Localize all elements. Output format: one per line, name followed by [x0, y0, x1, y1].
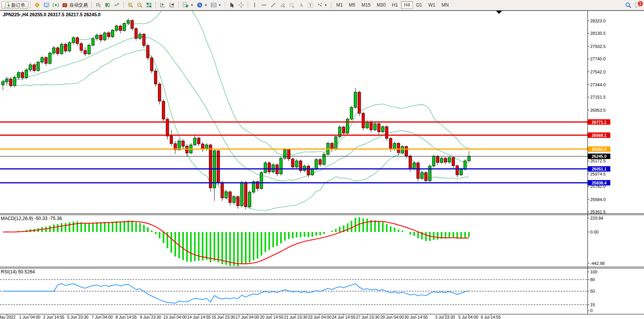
svg-text:26771.1: 26771.1: [592, 120, 606, 125]
fibonacci-tool-button[interactable]: F: [287, 1, 296, 9]
terminal-button[interactable]: [42, 1, 51, 9]
svg-text:9 Jun 23:30: 9 Jun 23:30: [140, 315, 161, 319]
templates-button[interactable]: ▼: [209, 1, 223, 9]
trendline-tool-button[interactable]: [269, 1, 278, 9]
svg-text:26245.0: 26245.0: [592, 154, 606, 159]
svg-text:15 Jun 23:30: 15 Jun 23:30: [212, 315, 235, 319]
svg-text:26172.5: 26172.5: [590, 159, 606, 163]
autotrading-label: 自动交易: [69, 2, 88, 9]
dropdown-caret: ▼: [324, 3, 327, 7]
tile-windows-button[interactable]: [144, 1, 154, 9]
toolbar-separator: [156, 2, 156, 8]
chart-shift-button[interactable]: [167, 1, 176, 9]
toolbar-separator: [225, 2, 225, 8]
zoom-out-icon: [137, 2, 143, 8]
vertical-line-tool-button[interactable]: [250, 1, 259, 9]
tile-windows-icon: [146, 2, 152, 8]
line-chart-button[interactable]: [112, 1, 122, 9]
timeframe-m5[interactable]: M5: [346, 1, 358, 9]
svg-text:220.84: 220.84: [590, 216, 603, 220]
periods-button[interactable]: ▼: [195, 1, 209, 9]
candlestick-button[interactable]: [103, 1, 112, 9]
timeframe-d1[interactable]: D1: [413, 1, 425, 9]
svg-text:25974.5: 25974.5: [590, 172, 606, 176]
timeframe-w1[interactable]: W1: [425, 1, 438, 9]
text-tool-button[interactable]: A: [296, 1, 306, 9]
bar-chart-icon: [95, 2, 101, 8]
svg-text:14 Jun 14:55: 14 Jun 14:55: [187, 315, 211, 319]
auto-scroll-button[interactable]: [158, 1, 167, 9]
notifications-button[interactable]: 1: [633, 1, 642, 9]
signals-button[interactable]: [51, 1, 60, 9]
autotrading-icon: [62, 2, 68, 8]
bar-chart-button[interactable]: [94, 1, 103, 9]
chart-ohlc-title: JPN225-,H4 26255.0 26317.5 26217.5 26245…: [3, 12, 101, 17]
cursor-tool-button[interactable]: [227, 1, 236, 9]
timeframe-m1[interactable]: M1: [333, 1, 346, 9]
periods-clock-icon: [197, 2, 203, 8]
horizontal-line-icon: [261, 2, 267, 8]
add-indicator-icon: [182, 2, 189, 8]
svg-text:5 Jul 04:00: 5 Jul 04:00: [458, 315, 478, 319]
svg-text:27151.5: 27151.5: [590, 95, 606, 99]
svg-text:27932.5: 27932.5: [590, 44, 606, 49]
timeframe-h1[interactable]: H1: [389, 1, 401, 9]
metaeditor-button[interactable]: [33, 1, 42, 9]
toolbar-separator: [123, 2, 124, 8]
autotrading-button[interactable]: 自动交易: [60, 1, 89, 9]
channel-tool-button[interactable]: E: [278, 1, 287, 9]
svg-text:7 Jun 04:00: 7 Jun 04:00: [92, 315, 113, 319]
svg-text:26355.2: 26355.2: [592, 147, 606, 152]
toolbar: 新订单 自动交易: [0, 0, 644, 10]
chart-shift-icon: [169, 2, 175, 8]
toolbar-separator: [248, 2, 248, 8]
timeframe-h4[interactable]: H4: [401, 1, 413, 9]
new-order-icon: [5, 2, 10, 8]
svg-text:50: 50: [590, 289, 595, 293]
timeframe-m15[interactable]: M15: [358, 1, 373, 9]
svg-text:28323.0: 28323.0: [590, 19, 606, 23]
svg-text:26953.5: 26953.5: [590, 108, 606, 113]
arrows-tool-button[interactable]: ▼: [315, 1, 329, 9]
new-order-button[interactable]: 新订单: [2, 1, 28, 9]
zoom-out-button[interactable]: [135, 1, 144, 9]
timeframe-m30[interactable]: M30: [373, 1, 389, 9]
text-label-icon: T: [307, 2, 313, 8]
zoom-in-icon: [127, 2, 134, 8]
search-icon: [625, 2, 632, 9]
cursor-icon: [229, 2, 235, 8]
crosshair-icon: [238, 2, 244, 8]
vertical-line-icon: [252, 2, 258, 8]
svg-text:0.00: 0.00: [590, 230, 598, 234]
signals-icon: [53, 2, 59, 8]
crosshair-tool-button[interactable]: [236, 1, 246, 9]
svg-text:15: 15: [590, 302, 595, 307]
svg-text:2 Jun 14:55: 2 Jun 14:55: [43, 315, 65, 319]
svg-text:27 Jun 23:30: 27 Jun 23:30: [356, 315, 380, 319]
text-icon: A: [298, 2, 304, 8]
svg-text:25391.5: 25391.5: [590, 210, 606, 214]
svg-text:23 Jun 04:00: 23 Jun 04:00: [308, 315, 332, 319]
svg-text:29 Jun 04:00: 29 Jun 04:00: [380, 315, 404, 319]
equidistant-channel-icon: E: [279, 2, 286, 8]
svg-text:24 Jun 14:55: 24 Jun 14:55: [332, 315, 356, 319]
svg-text:27740.0: 27740.0: [590, 56, 606, 61]
svg-text:0: 0: [590, 308, 593, 313]
svg-text:26569.1: 26569.1: [592, 133, 606, 138]
label-tool-button[interactable]: T: [306, 1, 315, 9]
chart-area[interactable]: 28323.028130.527932.527740.027542.027344…: [0, 0, 644, 319]
terminal-icon: [43, 2, 50, 8]
svg-text:A: A: [300, 2, 303, 8]
svg-text:8 Jun 14:55: 8 Jun 14:55: [116, 315, 137, 319]
svg-text:13 Jun 04:00: 13 Jun 04:00: [163, 315, 187, 319]
svg-text:27344.0: 27344.0: [590, 82, 606, 87]
timeframe-mn[interactable]: MN: [438, 1, 452, 9]
candlestick-icon: [104, 2, 111, 8]
svg-text:26051.1: 26051.1: [592, 167, 606, 171]
svg-text:1 Jun 04:00: 1 Jun 04:00: [19, 315, 41, 319]
search-button[interactable]: [623, 1, 633, 9]
add-indicator-button[interactable]: ▼: [181, 1, 195, 9]
fibonacci-icon: F: [289, 2, 295, 8]
zoom-in-button[interactable]: [126, 1, 135, 9]
horizontal-line-tool-button[interactable]: [259, 1, 269, 9]
